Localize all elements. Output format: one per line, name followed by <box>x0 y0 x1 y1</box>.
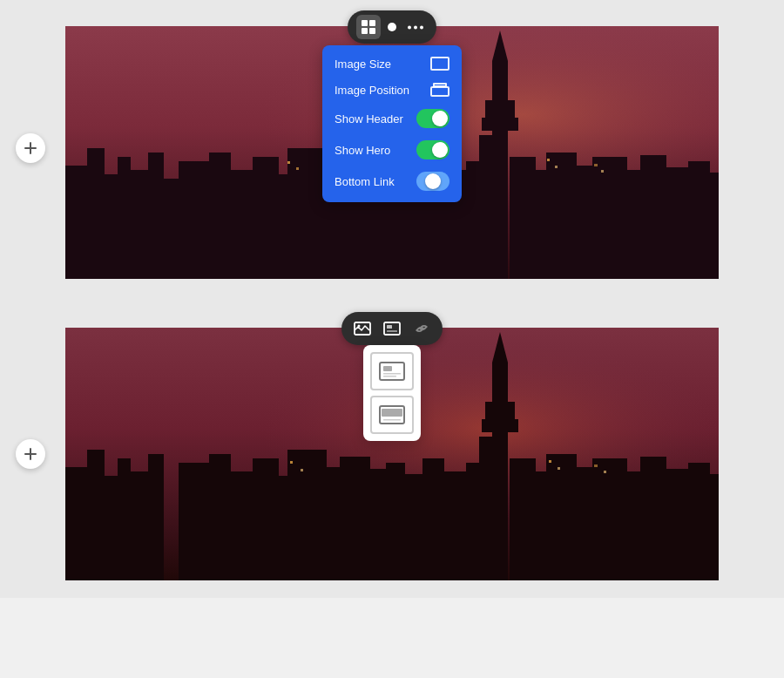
svg-rect-40 <box>623 170 645 279</box>
bottom-link-label: Bottom Link <box>335 175 416 188</box>
svg-rect-54 <box>384 322 400 335</box>
image-size-icon <box>430 57 449 71</box>
svg-rect-11 <box>100 174 122 279</box>
svg-rect-84 <box>366 469 390 580</box>
svg-rect-92 <box>531 471 551 580</box>
svg-rect-43 <box>688 161 710 279</box>
show-hero-item[interactable]: Show Hero <box>322 134 462 166</box>
svg-rect-33 <box>466 161 483 279</box>
svg-point-5 <box>414 25 417 29</box>
section-2-wrapper <box>0 310 784 598</box>
layout-icon-button[interactable] <box>380 316 404 341</box>
grid-icon-button[interactable] <box>356 15 381 39</box>
svg-rect-15 <box>159 179 179 279</box>
image-icon-button[interactable] <box>350 316 375 341</box>
size-picker-dropdown <box>363 345 421 441</box>
svg-rect-80 <box>274 476 292 580</box>
svg-rect-57 <box>380 363 404 380</box>
svg-point-6 <box>420 25 423 29</box>
svg-rect-20 <box>179 161 213 279</box>
bottom-link-toggle[interactable] <box>416 172 449 191</box>
svg-rect-3 <box>369 28 375 34</box>
active-indicator <box>388 23 396 31</box>
toolbar-1 <box>348 10 436 44</box>
show-header-item[interactable]: Show Header <box>322 103 462 134</box>
svg-rect-68 <box>100 476 122 580</box>
svg-rect-94 <box>572 467 597 580</box>
section-gap <box>0 296 784 310</box>
section-1: Image Size Image Position Show Header <box>65 26 719 279</box>
image-size-item[interactable]: Image Size <box>322 51 462 77</box>
svg-rect-98 <box>662 469 693 580</box>
svg-rect-85 <box>386 463 405 580</box>
svg-rect-89 <box>466 463 483 580</box>
svg-rect-55 <box>387 325 392 329</box>
svg-rect-96 <box>623 471 645 580</box>
svg-rect-63 <box>383 419 401 421</box>
toggle-thumb-2 <box>432 142 448 158</box>
svg-rect-70 <box>126 471 152 580</box>
more-options-button[interactable] <box>403 15 428 39</box>
image-position-label: Image Position <box>335 84 430 97</box>
svg-rect-56 <box>387 330 397 332</box>
add-block-button-2[interactable] <box>16 439 45 469</box>
image-position-icon <box>430 83 449 97</box>
toolbar-2 <box>341 312 443 345</box>
svg-point-53 <box>358 325 361 328</box>
toggle-thumb-3 <box>425 173 441 189</box>
svg-rect-86 <box>401 474 427 580</box>
show-hero-label: Show Hero <box>335 144 416 157</box>
size-option-narrow[interactable] <box>370 396 414 434</box>
size-option-wide[interactable] <box>370 352 414 390</box>
section-2 <box>65 328 719 580</box>
bottom-link-item[interactable]: Bottom Link <box>322 166 462 197</box>
toggle-thumb <box>432 111 448 126</box>
link-icon-button[interactable] <box>409 316 434 341</box>
svg-rect-60 <box>383 376 396 377</box>
section-1-wrapper: Image Size Image Position Show Header <box>0 0 784 296</box>
svg-rect-99 <box>688 463 710 580</box>
image-size-label: Image Size <box>335 58 430 71</box>
add-block-button-1[interactable] <box>16 133 45 163</box>
page-container: Image Size Image Position Show Header <box>0 0 784 598</box>
svg-rect-24 <box>274 174 292 279</box>
svg-rect-66 <box>65 467 91 580</box>
svg-rect-78 <box>226 471 257 580</box>
show-hero-toggle[interactable] <box>416 140 449 159</box>
show-header-label: Show Header <box>335 112 416 125</box>
svg-rect-2 <box>362 28 368 34</box>
svg-point-4 <box>408 25 411 29</box>
svg-rect-88 <box>440 471 470 580</box>
svg-rect-82 <box>322 467 344 580</box>
settings-dropdown: Image Size Image Position Show Header <box>322 45 462 202</box>
svg-rect-13 <box>126 170 152 279</box>
svg-rect-62 <box>382 409 402 417</box>
svg-rect-9 <box>65 166 91 279</box>
show-header-toggle[interactable] <box>416 109 449 128</box>
svg-rect-36 <box>531 170 551 279</box>
svg-rect-38 <box>572 166 597 279</box>
image-position-item[interactable]: Image Position <box>322 77 462 103</box>
svg-rect-22 <box>226 170 257 279</box>
svg-rect-0 <box>362 20 368 26</box>
svg-rect-58 <box>383 366 392 371</box>
svg-rect-100 <box>706 474 719 580</box>
svg-rect-1 <box>369 20 375 26</box>
svg-rect-44 <box>706 173 719 279</box>
svg-rect-59 <box>383 373 401 375</box>
svg-rect-76 <box>179 463 213 580</box>
svg-rect-42 <box>662 167 693 279</box>
